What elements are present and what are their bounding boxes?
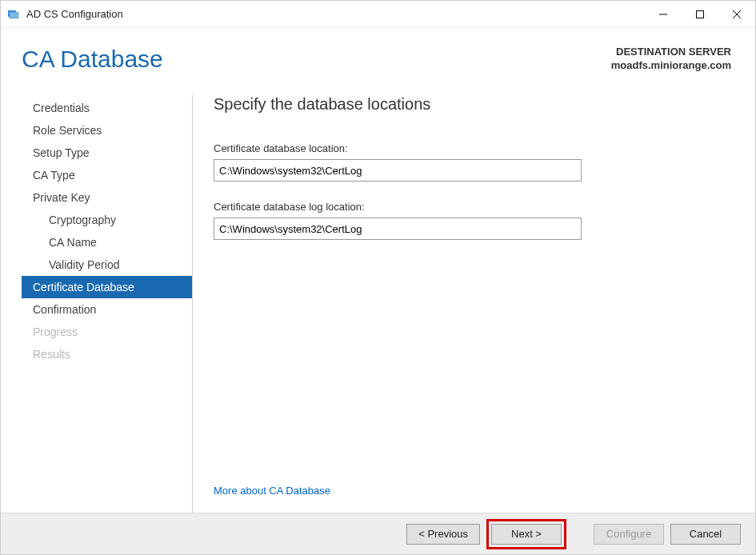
next-button[interactable]: Next > <box>491 524 562 545</box>
body: CredentialsRole ServicesSetup TypeCA Typ… <box>1 81 755 513</box>
window-title: AD CS Configuration <box>26 8 123 20</box>
close-button[interactable] <box>718 2 755 27</box>
sidebar-item-cryptography[interactable]: Cryptography <box>22 209 192 231</box>
sidebar-item-results: Results <box>22 343 192 365</box>
sidebar-item-role-services[interactable]: Role Services <box>22 119 192 142</box>
maximize-button[interactable] <box>682 2 718 27</box>
sidebar-item-ca-type[interactable]: CA Type <box>22 164 192 186</box>
sidebar-item-confirmation[interactable]: Confirmation <box>22 298 192 321</box>
sidebar-item-private-key[interactable]: Private Key <box>22 186 192 209</box>
footer: < Previous Next > Configure Cancel <box>1 513 755 554</box>
minimize-button[interactable] <box>645 2 682 27</box>
titlebar: AD CS Configuration <box>1 1 755 28</box>
sidebar-item-credentials[interactable]: Credentials <box>22 97 192 119</box>
next-highlight: Next > <box>486 519 566 549</box>
sidebar-item-ca-name[interactable]: CA Name <box>22 231 192 254</box>
more-about-link[interactable]: More about CA Database <box>214 485 731 497</box>
main-heading: Specify the database locations <box>214 95 731 114</box>
db-location-label: Certificate database location: <box>214 142 731 154</box>
db-log-location-input[interactable] <box>214 218 582 240</box>
db-log-location-label: Certificate database log location: <box>214 201 731 213</box>
page-title: CA Database <box>22 46 163 73</box>
previous-button[interactable]: < Previous <box>406 524 480 545</box>
sidebar-item-setup-type[interactable]: Setup Type <box>22 142 192 164</box>
sidebar-item-progress: Progress <box>22 321 192 343</box>
cancel-button[interactable]: Cancel <box>670 524 741 545</box>
header: CA Database DESTINATION SERVER moadfs.mi… <box>1 28 755 81</box>
configure-button: Configure <box>594 524 664 545</box>
sidebar-item-validity-period[interactable]: Validity Period <box>22 254 192 276</box>
svg-rect-3 <box>697 10 704 18</box>
window-controls <box>645 2 755 27</box>
svg-rect-1 <box>10 12 18 18</box>
destination-label: DESTINATION SERVER <box>611 46 731 58</box>
destination-block: DESTINATION SERVER moadfs.miniorange.com <box>611 46 731 71</box>
sidebar-item-certificate-database[interactable]: Certificate Database <box>22 276 192 298</box>
sidebar: CredentialsRole ServicesSetup TypeCA Typ… <box>22 95 193 513</box>
destination-value: moadfs.miniorange.com <box>611 59 731 71</box>
app-icon <box>7 8 20 21</box>
db-location-input[interactable] <box>214 159 582 182</box>
main-panel: Specify the database locations Certifica… <box>193 95 731 513</box>
